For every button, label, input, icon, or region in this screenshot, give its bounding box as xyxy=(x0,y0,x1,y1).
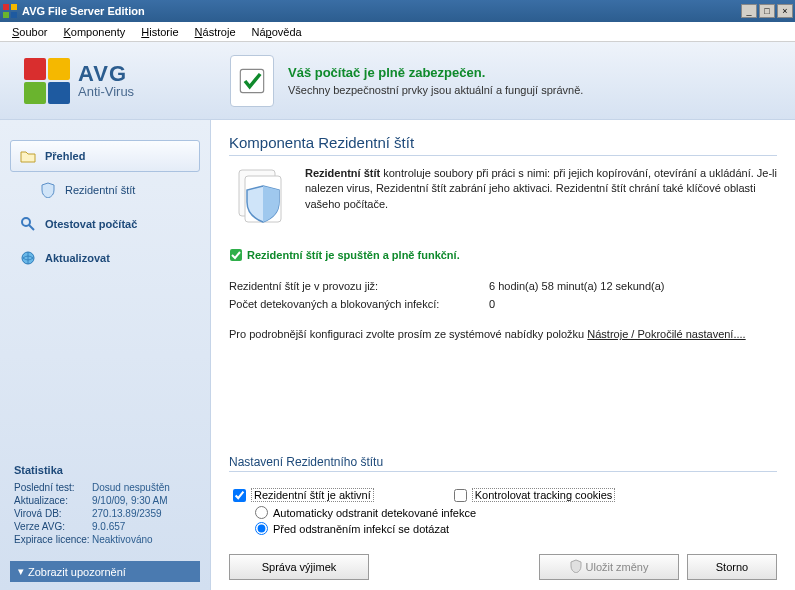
logo-brand: AVG xyxy=(78,63,134,85)
content-heading: Komponenta Rezidentní štít xyxy=(229,134,777,151)
chevron-down-icon: ▾ xyxy=(18,565,24,578)
menu-komponenty[interactable]: Komponenty xyxy=(55,24,133,40)
sidebar-item-label: Aktualizovat xyxy=(45,252,110,264)
cookies-checkbox[interactable] xyxy=(454,489,467,502)
svg-rect-2 xyxy=(3,12,9,18)
check-icon xyxy=(229,248,243,262)
svg-rect-4 xyxy=(240,69,263,92)
uptime-label: Rezidentní štít je v provozu již: xyxy=(229,280,489,292)
component-description: Rezidentní štít kontroluje soubory při p… xyxy=(305,166,777,230)
stat-value: 270.13.89/2359 xyxy=(92,508,162,519)
menu-bar: Soubor Komponenty Historie Nástroje Nápo… xyxy=(0,22,795,42)
menu-napoveda[interactable]: Nápověda xyxy=(244,24,310,40)
sidebar-item-label: Otestovat počítač xyxy=(45,218,137,230)
content-panel: Komponenta Rezidentní štít Rezidentní št… xyxy=(210,120,795,590)
sidebar-item-scan[interactable]: Otestovat počítač xyxy=(10,208,200,240)
menu-soubor[interactable]: Soubor xyxy=(4,24,55,40)
status-subtitle: Všechny bezpečnostní prvky jsou aktuální… xyxy=(288,84,583,96)
minimize-button[interactable]: _ xyxy=(741,4,757,18)
shield-large-icon xyxy=(229,166,293,230)
svg-rect-0 xyxy=(3,4,9,10)
globe-icon xyxy=(19,249,37,267)
logo-area: AVG Anti-Virus xyxy=(0,42,210,119)
svg-line-6 xyxy=(29,225,34,230)
menu-historie[interactable]: Historie xyxy=(133,24,186,40)
sidebar-item-label: Přehled xyxy=(45,150,85,162)
cookies-label: Kontrolovat tracking cookies xyxy=(472,488,616,502)
shield-small-icon xyxy=(570,559,582,575)
settings-heading: Nastavení Rezidentního štítu xyxy=(229,455,777,469)
svg-rect-1 xyxy=(11,4,17,10)
radio-ask-first[interactable] xyxy=(255,522,268,535)
logo-icon xyxy=(24,58,70,104)
status-area: Váš počítač je plně zabezpečen. Všechny … xyxy=(210,42,795,119)
radio-ask-label: Před odstraněním infekcí se dotázat xyxy=(273,523,449,535)
stat-label: Verze AVG: xyxy=(14,521,92,532)
detected-label: Počet detekovaných a blokovaných infekcí… xyxy=(229,298,489,310)
status-badge-icon xyxy=(230,55,274,107)
close-button[interactable]: × xyxy=(777,4,793,18)
app-icon xyxy=(2,3,18,19)
stat-label: Aktualizace: xyxy=(14,495,92,506)
active-checkbox[interactable] xyxy=(233,489,246,502)
save-button[interactable]: Uložit změny xyxy=(539,554,679,580)
logo-subtitle: Anti-Virus xyxy=(78,85,134,98)
radio-auto-label: Automaticky odstranit detekované infekce xyxy=(273,507,476,519)
magnifier-icon xyxy=(19,215,37,233)
component-status-line: Rezidentní štít je spuštěn a plně funkčn… xyxy=(229,248,777,262)
sidebar-item-overview[interactable]: Přehled xyxy=(10,140,200,172)
show-notifications-button[interactable]: ▾ Zobrazit upozornění xyxy=(10,561,200,582)
window-titlebar: AVG File Server Edition _ □ × xyxy=(0,0,795,22)
statistics-panel: Statistika Poslední test:Dosud nespuštěn… xyxy=(10,456,200,555)
radio-auto-remove[interactable] xyxy=(255,506,268,519)
statistics-heading: Statistika xyxy=(14,464,196,476)
sidebar: Přehled Rezidentní štít Otestovat počíta… xyxy=(0,120,210,590)
folder-icon xyxy=(19,147,37,165)
maximize-button[interactable]: □ xyxy=(759,4,775,18)
show-notifications-label: Zobrazit upozornění xyxy=(28,566,126,578)
stat-value: 9/10/09, 9:30 AM xyxy=(92,495,168,506)
sidebar-item-update[interactable]: Aktualizovat xyxy=(10,242,200,274)
header-band: AVG Anti-Virus Váš počítač je plně zabez… xyxy=(0,42,795,120)
stat-value: Dosud nespuštěn xyxy=(92,482,170,493)
stat-label: Expirace licence: xyxy=(14,534,92,545)
stat-label: Virová DB: xyxy=(14,508,92,519)
exceptions-button[interactable]: Správa výjimek xyxy=(229,554,369,580)
uptime-value: 6 hodin(a) 58 minut(a) 12 sekund(a) xyxy=(489,280,664,292)
stat-value: 9.0.657 xyxy=(92,521,125,532)
svg-rect-3 xyxy=(11,12,17,18)
menu-nastroje[interactable]: Nástroje xyxy=(187,24,244,40)
config-hint: Pro podrobnější konfiguraci zvolte prosí… xyxy=(229,328,777,340)
svg-point-5 xyxy=(22,218,30,226)
shield-small-icon xyxy=(39,181,57,199)
cancel-button[interactable]: Storno xyxy=(687,554,777,580)
detected-value: 0 xyxy=(489,298,495,310)
active-label: Rezidentní štít je aktivní xyxy=(251,488,374,502)
stat-label: Poslední test: xyxy=(14,482,92,493)
window-title: AVG File Server Edition xyxy=(22,5,741,17)
stat-value: Neaktivováno xyxy=(92,534,153,545)
sidebar-item-label: Rezidentní štít xyxy=(65,184,135,196)
sidebar-item-resident-shield[interactable]: Rezidentní štít xyxy=(10,174,200,206)
status-title: Váš počítač je plně zabezpečen. xyxy=(288,65,583,80)
svg-rect-10 xyxy=(230,249,242,261)
